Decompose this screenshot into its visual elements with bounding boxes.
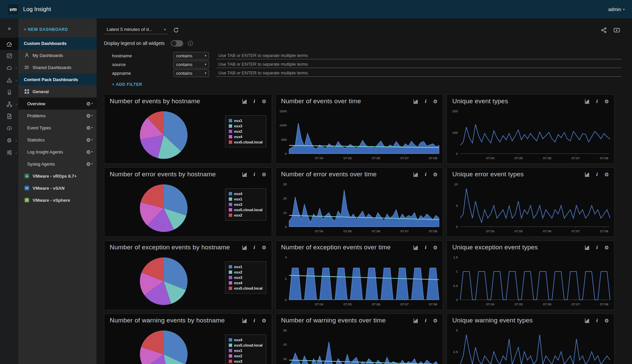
logs-icon[interactable] <box>0 110 18 122</box>
tuning-icon[interactable]: › <box>0 146 18 159</box>
info-icon[interactable]: i <box>423 172 428 177</box>
line-chart[interactable]: 010020007:0407:0507:0607:0707:08 <box>447 107 614 164</box>
filter-value-input[interactable] <box>216 52 621 59</box>
alerts-icon[interactable]: › <box>0 74 18 86</box>
sidebar-item-vmware-vsphere[interactable]: VMware - vSphere <box>18 194 97 206</box>
sidebar-item-shared-dashboards[interactable]: Shared Dashboards <box>18 61 97 73</box>
area-chart[interactable]: 010203007:0407:0507:0607:0707:08 <box>276 180 443 237</box>
widget-settings-gear-icon[interactable]: ⚙▾ <box>86 137 93 142</box>
widget-settings-gear-icon[interactable]: ⚙▾ <box>86 113 93 118</box>
settings-icon[interactable]: ⚙ <box>432 172 438 177</box>
widget-settings-gear-icon[interactable]: ⚙▾ <box>86 101 93 106</box>
export-icon[interactable] <box>0 122 18 134</box>
new-dashboard-button[interactable]: + NEW DASHBOARD <box>18 26 97 37</box>
settings-icon[interactable]: ⚙ <box>432 245 438 250</box>
expand-icon[interactable]: » <box>0 22 18 35</box>
open-in-analytics-icon[interactable] <box>584 99 590 104</box>
cloud-icon[interactable]: › <box>0 62 18 74</box>
settings-icon[interactable]: ⚙ <box>261 318 267 323</box>
legend-swatch <box>229 130 232 133</box>
info-icon[interactable]: i <box>252 245 257 250</box>
interactive-analytics-icon[interactable] <box>0 50 18 62</box>
info-icon[interactable]: i <box>252 99 257 104</box>
info-icon[interactable]: i <box>594 318 600 323</box>
open-in-analytics-icon[interactable] <box>242 318 248 323</box>
badge-icon[interactable] <box>0 86 18 98</box>
area-chart[interactable]: 05001000150007:0407:0507:0607:0707:08 <box>276 107 443 164</box>
sidebar-item-event-types[interactable]: Event Types⚙▾ <box>18 122 97 134</box>
line-chart[interactable]: 02.5507:0407:0507:0607:0707:08 <box>447 326 614 364</box>
open-in-analytics-icon[interactable] <box>413 318 419 323</box>
settings-icon[interactable]: ⚙ <box>604 245 610 250</box>
refresh-icon[interactable] <box>173 27 179 33</box>
widget-settings-gear-icon[interactable]: ⚙▾ <box>86 162 93 167</box>
info-icon[interactable]: i <box>423 245 428 250</box>
share-icon[interactable] <box>601 27 607 33</box>
filter-value-input[interactable] <box>216 61 621 68</box>
dashboards-icon[interactable] <box>0 38 18 50</box>
pie-chart[interactable] <box>139 329 189 364</box>
area-chart[interactable]: 010203007:0407:0507:0607:0707:08 <box>276 326 443 364</box>
area-chart[interactable]: 02407:0407:0507:0607:0707:08 <box>276 253 443 310</box>
info-icon[interactable]: i <box>594 99 600 104</box>
info-icon[interactable]: i <box>423 99 428 104</box>
sidebar-item-vmware-vrops-6-7[interactable]: VMware - vROps 6.7+ <box>18 170 97 182</box>
live-view-icon[interactable] <box>614 27 620 33</box>
info-icon[interactable]: i <box>252 318 257 323</box>
filter-operator-select[interactable]: contains▾ <box>173 52 209 60</box>
open-in-analytics-icon[interactable] <box>413 172 419 177</box>
open-in-analytics-icon[interactable] <box>584 318 590 323</box>
info-icon[interactable]: i <box>594 172 600 177</box>
filter-operator-select[interactable]: contains▾ <box>173 69 209 77</box>
info-icon[interactable]: i <box>252 172 257 177</box>
sidebar-item-my-dashboards[interactable]: My Dashboards <box>18 49 97 61</box>
info-icon[interactable]: i <box>594 245 600 250</box>
sidebar-item-vmware-vsan[interactable]: VMware - vSAN <box>18 182 97 194</box>
open-in-analytics-icon[interactable] <box>584 245 590 250</box>
time-range-select[interactable]: Latest 5 minutes of d... ▾ <box>104 26 168 34</box>
open-in-analytics-icon[interactable] <box>584 172 590 177</box>
filter-operator-select[interactable]: contains▾ <box>173 61 209 68</box>
settings-icon[interactable]: ⚙ <box>432 99 438 104</box>
widget-settings-gear-icon[interactable]: ⚙▾ <box>86 149 93 155</box>
sidebar-item-syslog-agents[interactable]: Syslog Agents⚙▾ <box>18 158 97 170</box>
pie-chart[interactable] <box>139 256 189 306</box>
widget-header: Number of warning events over timei⚙ <box>276 314 443 324</box>
open-in-analytics-icon[interactable] <box>413 99 419 104</box>
open-in-analytics-icon[interactable] <box>242 99 248 104</box>
line-chart[interactable]: 00.511.507:0407:0507:0607:0707:08 <box>447 253 614 310</box>
pie-chart[interactable] <box>139 183 189 233</box>
info-icon[interactable]: i <box>188 41 193 46</box>
settings-icon[interactable]: ⚙› <box>0 134 18 146</box>
settings-icon[interactable]: ⚙ <box>604 172 610 177</box>
open-in-analytics-icon[interactable] <box>242 172 248 177</box>
filter-value-input[interactable] <box>216 69 621 77</box>
sidebar-item-overview[interactable]: Overview⚙▾ <box>18 98 97 110</box>
settings-icon[interactable]: ⚙ <box>261 172 267 177</box>
info-icon[interactable]: i <box>423 318 428 323</box>
legend-item: esx4 <box>229 134 263 139</box>
settings-icon[interactable]: ⚙ <box>261 99 267 104</box>
sidebar-item-statistics[interactable]: Statistics⚙▾ <box>18 134 97 146</box>
legend-item: esx4 <box>229 280 263 286</box>
filter-operator-value: contains <box>176 71 192 76</box>
settings-icon[interactable]: ⚙ <box>432 318 438 323</box>
users-icon <box>24 65 30 70</box>
legend-toggle[interactable] <box>171 40 183 47</box>
x-tick-label: 07:05 <box>515 302 523 306</box>
open-in-analytics-icon[interactable] <box>242 245 248 250</box>
widget-settings-gear-icon[interactable]: ⚙▾ <box>86 125 93 130</box>
sidebar-item-problems[interactable]: Problems⚙▾ <box>18 110 97 122</box>
sidebar-item-general[interactable]: General <box>18 85 97 98</box>
widget-header: Number of error events by hostnamei⚙ <box>104 168 272 178</box>
settings-icon[interactable]: ⚙ <box>604 99 610 104</box>
user-menu[interactable]: admin ▾ <box>608 7 625 12</box>
pie-chart[interactable] <box>139 110 189 160</box>
settings-icon[interactable]: ⚙ <box>261 245 267 250</box>
infrastructure-icon[interactable]: › <box>0 98 18 110</box>
add-filter-button[interactable]: + ADD FILTER <box>112 82 632 88</box>
line-chart[interactable]: 051007:0407:0507:0607:0707:08 <box>447 180 614 237</box>
sidebar-item-log-insight-agents[interactable]: Log Insight Agents⚙▾ <box>18 146 97 158</box>
settings-icon[interactable]: ⚙ <box>604 318 610 323</box>
open-in-analytics-icon[interactable] <box>413 245 419 250</box>
